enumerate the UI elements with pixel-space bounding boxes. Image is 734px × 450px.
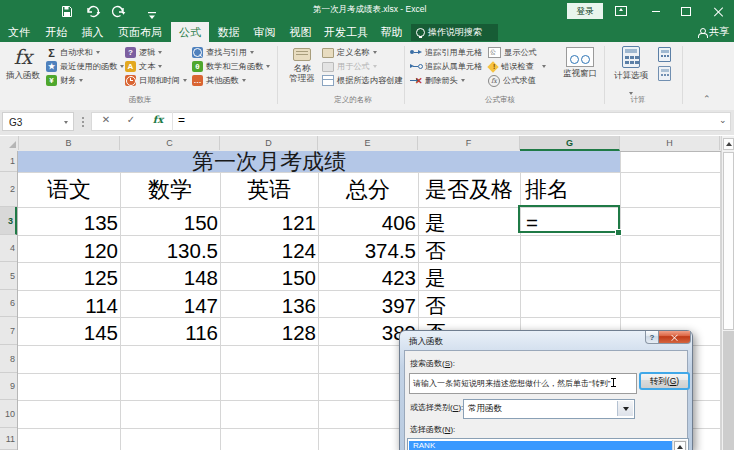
cancel-formula-button[interactable]: ✕: [100, 114, 112, 125]
tab-help[interactable]: 帮助: [375, 22, 408, 42]
cell-E5[interactable]: 423: [318, 266, 418, 290]
row-header-7[interactable]: 7: [0, 317, 17, 345]
cell-D3[interactable]: 121: [220, 211, 318, 235]
calculate-now-button[interactable]: [658, 47, 671, 62]
create-from-selection-button[interactable]: 根据所选内容创建: [322, 74, 403, 87]
cell-B2[interactable]: 语文: [18, 177, 120, 203]
cell-F3[interactable]: 是: [418, 211, 520, 235]
column-header-B[interactable]: B: [18, 136, 120, 150]
category-dropdown[interactable]: 常用函数: [463, 399, 635, 419]
chevron-down-icon[interactable]: [64, 121, 68, 124]
calculate-sheet-button[interactable]: [658, 66, 671, 81]
save-icon[interactable]: [61, 4, 73, 22]
dialog-close-button[interactable]: [658, 331, 691, 344]
expand-formula-bar-button[interactable]: ⌄: [719, 115, 727, 125]
cell-E4[interactable]: 374.5: [318, 239, 418, 263]
collapse-ribbon-button[interactable]: ⌃: [703, 95, 711, 103]
recently-used-button[interactable]: ★最近使用的函数: [46, 60, 124, 73]
tab-page-layout[interactable]: 页面布局: [112, 22, 168, 42]
row-header-4[interactable]: 4: [0, 235, 17, 262]
cell-F6[interactable]: 否: [418, 294, 520, 318]
dialog-help-button[interactable]: ?: [645, 331, 659, 344]
cell-D7[interactable]: 128: [220, 321, 318, 345]
use-in-formula-button[interactable]: 用于公式: [322, 60, 377, 73]
cell-C7[interactable]: 116: [120, 321, 220, 345]
tab-developer[interactable]: 开发工具: [320, 22, 372, 42]
sign-in-button[interactable]: 登录: [567, 3, 603, 19]
tab-insert[interactable]: 插入: [76, 22, 109, 42]
column-header-F[interactable]: F: [418, 136, 520, 150]
logical-button[interactable]: ?逻辑: [125, 46, 162, 59]
scrollbar-thumb[interactable]: [723, 152, 734, 330]
row-header-1[interactable]: 1: [0, 151, 17, 172]
cell-E2[interactable]: 总分: [318, 177, 418, 203]
define-name-button[interactable]: 定义名称: [322, 46, 377, 59]
tab-data[interactable]: 数据: [212, 22, 245, 42]
row-header-5[interactable]: 5: [0, 262, 17, 290]
fill-handle[interactable]: [615, 229, 622, 236]
watch-window-button[interactable]: 监视窗口: [560, 44, 600, 78]
cell-C6[interactable]: 147: [120, 294, 220, 318]
cell-D4[interactable]: 124: [220, 239, 318, 263]
row-header-9[interactable]: 9: [0, 373, 17, 400]
text-button[interactable]: A文本: [125, 60, 162, 73]
remove-arrows-button[interactable]: ✕ 删除箭头: [410, 74, 465, 87]
enter-formula-button[interactable]: ✓: [125, 114, 137, 125]
tell-me-search[interactable]: 操作说明搜索: [411, 24, 498, 41]
cell-C4[interactable]: 130.5: [120, 239, 220, 263]
cell-C2[interactable]: 数学: [120, 177, 220, 203]
show-formulas-button[interactable]: 显示公式: [488, 46, 537, 59]
evaluate-formula-button[interactable]: fx公式求值: [488, 74, 536, 87]
cell-E6[interactable]: 397: [318, 294, 418, 318]
cell-B6[interactable]: 114: [18, 294, 120, 318]
tab-home[interactable]: 开始: [40, 22, 73, 42]
row-header-10[interactable]: 10: [0, 400, 17, 428]
formula-value[interactable]: =: [178, 113, 185, 127]
date-time-button[interactable]: 日期和时间: [125, 74, 187, 87]
row-header-11[interactable]: 11: [0, 428, 17, 450]
lookup-reference-button[interactable]: 查找与引用: [192, 46, 254, 59]
more-functions-button[interactable]: …其他函数: [192, 74, 246, 87]
select-all-corner[interactable]: [0, 136, 19, 150]
column-header-H[interactable]: H: [620, 136, 720, 150]
cell-E3[interactable]: 406: [318, 211, 418, 235]
name-box[interactable]: G3: [2, 112, 74, 131]
autosum-button[interactable]: Σ自动求和: [46, 46, 100, 59]
cell-G2[interactable]: 排名: [520, 177, 620, 203]
error-checking-button[interactable]: 错误检查: [488, 60, 546, 73]
undo-button[interactable]: [86, 4, 103, 22]
maximize-button[interactable]: [671, 0, 701, 22]
cell-B3[interactable]: 135: [18, 211, 120, 235]
column-header-D[interactable]: D: [220, 136, 318, 150]
tab-review[interactable]: 审阅: [248, 22, 281, 42]
insert-function-button[interactable]: fx 插入函数: [2, 44, 44, 80]
tab-file[interactable]: 文件: [4, 22, 34, 42]
scrollbar-track[interactable]: [723, 331, 734, 450]
dropdown-arrow-button[interactable]: [617, 401, 633, 416]
cell-C3[interactable]: 150: [120, 211, 220, 235]
column-header-C[interactable]: C: [120, 136, 220, 150]
cell-D5[interactable]: 150: [220, 266, 318, 290]
trace-dependents-button[interactable]: 追踪从属单元格: [410, 60, 482, 73]
row-header-2[interactable]: 2: [0, 172, 17, 207]
function-search-input[interactable]: 请输入一条简短说明来描述您想做什么，然后单击“转到”: [409, 373, 637, 394]
function-list-item-selected[interactable]: RANK: [409, 441, 677, 450]
cell-F5[interactable]: 是: [418, 266, 520, 290]
cell-B4[interactable]: 120: [18, 239, 120, 263]
row-header-6[interactable]: 6: [0, 290, 17, 317]
cell-D2[interactable]: 英语: [220, 177, 318, 203]
go-button[interactable]: 转到(G): [639, 372, 690, 390]
row-header-3[interactable]: 3: [0, 207, 17, 235]
trace-precedents-button[interactable]: 追踪引用单元格: [410, 46, 482, 59]
cell-F2[interactable]: 是否及格: [418, 177, 520, 203]
financial-button[interactable]: ¥财务: [46, 74, 83, 87]
ribbon-display-options-button[interactable]: [606, 0, 636, 22]
cell-B5[interactable]: 125: [18, 266, 120, 290]
share-button[interactable]: 共享: [698, 22, 729, 42]
calculation-options-button[interactable]: 计算选项: [610, 44, 652, 99]
cell-F4[interactable]: 否: [418, 239, 520, 263]
row-header-8[interactable]: 8: [0, 345, 17, 373]
insert-function-icon[interactable]: fx: [152, 114, 164, 125]
close-button[interactable]: [703, 0, 733, 22]
column-header-E[interactable]: E: [318, 136, 418, 150]
